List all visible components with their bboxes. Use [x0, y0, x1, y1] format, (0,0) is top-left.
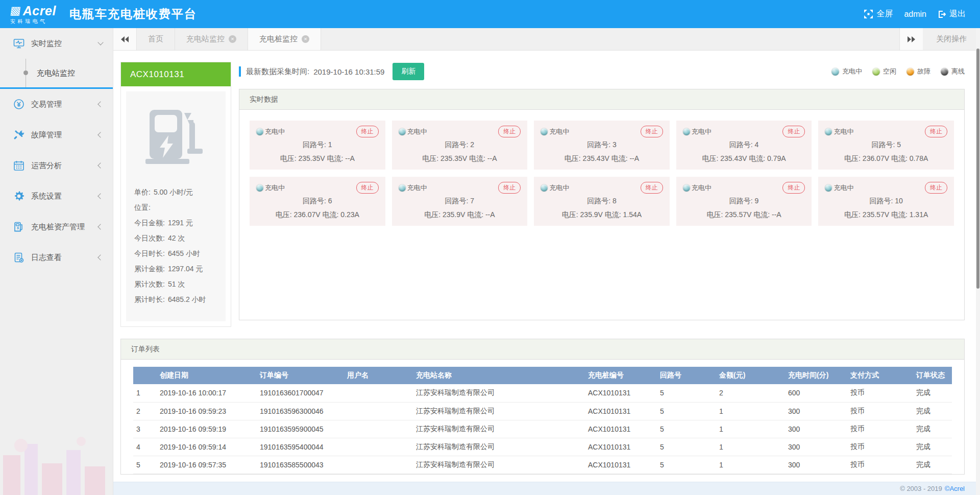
close-operations-button[interactable]: 关闭操作	[923, 28, 980, 50]
cell-user	[344, 420, 413, 438]
brand-link[interactable]: ©Acrel	[945, 485, 965, 492]
cell-index: 5	[133, 456, 157, 474]
circuit-card-top: 充电中终止	[683, 126, 805, 137]
stat-value: 51 次	[168, 280, 185, 288]
stop-button[interactable]: 终止	[356, 126, 379, 137]
circuit-status-label: 充电中	[834, 127, 853, 136]
station-stat-row: 单价:5.00 小时/元	[134, 184, 226, 200]
stop-button[interactable]: 终止	[498, 182, 521, 194]
col-充电时间(分): 充电时间(分)	[785, 367, 847, 384]
col-充电站名称: 充电站名称	[413, 367, 585, 384]
circuit-number: 回路号: 10	[825, 197, 947, 206]
circuit-card-9: 充电中终止回路号: 9电压: 235.57V 电流: --A	[676, 177, 812, 226]
sidebar-item-故障管理[interactable]: 故障管理	[0, 120, 113, 150]
circuit-status-label: 充电中	[692, 127, 712, 136]
circuit-status: 充电中	[399, 127, 427, 136]
table-row[interactable]: 52019-10-16 09:57:351910163585500043江苏安科…	[133, 456, 952, 474]
refresh-button[interactable]: 刷新	[393, 63, 424, 80]
stop-button[interactable]: 终止	[782, 182, 805, 194]
vertical-scrollbar[interactable]	[976, 28, 980, 495]
table-row[interactable]: 42019-10-16 09:59:141910163595400044江苏安科…	[133, 438, 952, 456]
stop-button[interactable]: 终止	[925, 126, 947, 137]
stop-button[interactable]: 终止	[641, 182, 663, 194]
sidebar-item-label: 运营分析	[31, 161, 99, 171]
stat-label: 单价:	[134, 188, 151, 196]
stop-button[interactable]: 终止	[782, 126, 805, 137]
tab-首页[interactable]: 首页	[137, 28, 175, 50]
tab-充电桩监控[interactable]: 充电桩监控×	[248, 28, 321, 50]
acrel-logo: ▩ Acrel 安科瑞电气	[10, 5, 56, 24]
sidebar-item-交易管理[interactable]: 交易管理	[0, 89, 113, 120]
sidebar-item-运营分析[interactable]: 运营分析	[0, 150, 113, 181]
table-row[interactable]: 22019-10-16 09:59:231910163596300046江苏安科…	[133, 402, 952, 420]
cell-created: 2019-10-16 09:59:23	[157, 402, 257, 420]
sidebar-item-系统设置[interactable]: 系统设置	[0, 181, 113, 211]
tab-close-icon[interactable]: ×	[302, 35, 309, 43]
charging-status-icon	[541, 184, 548, 192]
circuit-status: 充电中	[256, 127, 285, 136]
circuit-card-6: 充电中终止回路号: 6电压: 236.07V 电流: 0.23A	[250, 177, 385, 226]
stop-button[interactable]: 终止	[641, 126, 663, 137]
tab-充电站监控[interactable]: 充电站监控×	[175, 28, 248, 50]
stop-button[interactable]: 终止	[925, 182, 947, 194]
tabs-scroll-right-button[interactable]	[899, 28, 923, 50]
tab-label: 充电桩监控	[259, 34, 298, 44]
sidebar: 实时监控充电站监控交易管理故障管理运营分析系统设置充电桩资产管理日志查看	[0, 28, 113, 495]
circuit-values: 电压: 236.07V 电流: 0.23A	[256, 210, 379, 220]
sidebar-item-日志查看[interactable]: 日志查看	[0, 242, 113, 273]
col-充电桩编号: 充电桩编号	[585, 367, 657, 384]
legend-item-空闲: 空闲	[872, 67, 896, 76]
sidebar-subitem-label: 充电站监控	[37, 68, 75, 78]
circuit-card-5: 充电中终止回路号: 5电压: 236.07V 电流: 0.78A	[818, 121, 954, 170]
station-id: ACX1010131	[121, 62, 231, 86]
table-row[interactable]: 12019-10-16 10:00:171910163601700047江苏安科…	[133, 384, 952, 402]
circuit-card-top: 充电中终止	[825, 126, 947, 137]
monitor-icon	[13, 38, 24, 49]
sidebar-item-实时监控[interactable]: 实时监控	[0, 28, 113, 59]
stat-value: 1291 元	[168, 219, 193, 227]
stat-label: 累计金额:	[134, 265, 165, 273]
stat-label: 累计次数:	[134, 280, 165, 288]
circuit-values: 电压: 235.9V 电流: 1.54A	[541, 210, 663, 220]
tab-label: 首页	[148, 34, 163, 44]
fullscreen-button[interactable]: 全屏	[864, 9, 893, 19]
sidebar-item-label: 日志查看	[31, 253, 99, 263]
charging-status-icon	[256, 128, 263, 135]
charging-status-icon	[825, 184, 832, 192]
main-content: ACX1010131	[113, 51, 980, 482]
refresh-row: 最新数据采集时间: 2019-10-16 10:31:59 刷新 充电中空闲故障…	[239, 62, 965, 81]
tab-close-icon[interactable]: ×	[229, 35, 236, 43]
logout-button[interactable]: 退出	[938, 9, 966, 19]
scrollbar-thumb[interactable]	[976, 49, 979, 289]
circuit-values: 电压: 235.43V 电流: 0.79A	[683, 154, 805, 163]
stop-button[interactable]: 终止	[498, 126, 521, 137]
chevron-left-icon	[97, 101, 103, 107]
cell-payment: 投币	[847, 438, 913, 456]
circuit-card-3: 充电中终止回路号: 3电压: 235.43V 电流: --A	[534, 121, 670, 170]
tab-list: 首页充电站监控×充电桩监控×	[137, 28, 321, 50]
cell-order_no: 1910163595400044	[257, 438, 344, 456]
cell-amount: 1	[716, 420, 785, 438]
stop-button[interactable]: 终止	[356, 182, 379, 194]
sidebar-item-充电桩资产管理[interactable]: 充电桩资产管理	[0, 211, 113, 242]
circuit-card-top: 充电中终止	[399, 182, 521, 194]
chevron-left-icon	[97, 254, 103, 260]
cell-index: 3	[133, 420, 157, 438]
cell-status: 完成	[913, 402, 952, 420]
circuit-card-4: 充电中终止回路号: 4电压: 235.43V 电流: 0.79A	[676, 121, 812, 170]
tabs-scroll-left-button[interactable]	[113, 28, 137, 50]
station-card: ACX1010131	[120, 62, 231, 327]
cell-amount: 2	[716, 384, 785, 402]
circuit-card-top: 充电中终止	[541, 182, 663, 194]
fault-status-icon	[906, 68, 914, 76]
sidebar-subitem-充电站监控[interactable]: 充电站监控	[0, 59, 113, 87]
circuit-status: 充电中	[825, 183, 853, 193]
circuit-status-label: 充电中	[834, 183, 853, 193]
stat-label: 位置:	[134, 203, 151, 211]
username[interactable]: admin	[904, 10, 926, 19]
double-left-arrow-icon	[121, 36, 125, 42]
table-row[interactable]: 32019-10-16 09:59:191910163595900045江苏安科…	[133, 420, 952, 438]
logout-icon	[938, 10, 946, 18]
cell-payment: 投币	[847, 456, 913, 474]
orders-panel-title: 订单列表	[121, 339, 964, 360]
